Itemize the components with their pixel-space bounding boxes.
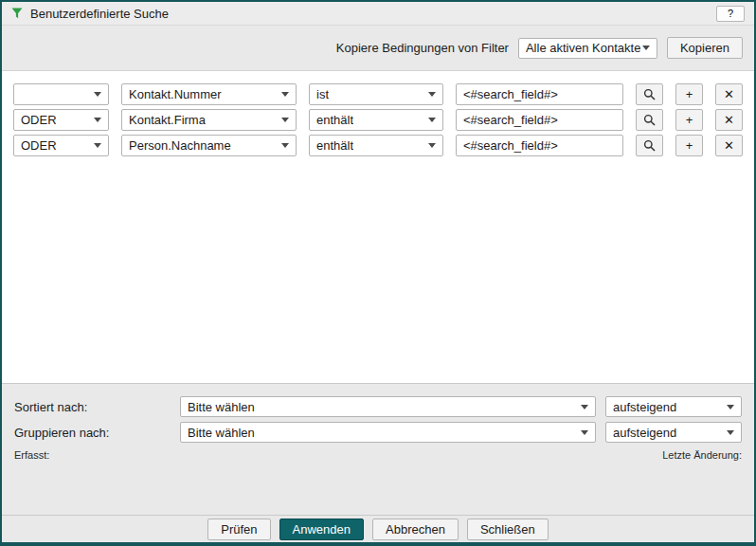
group-by-select[interactable]: Bitte wählen	[180, 422, 596, 443]
condition-value-input[interactable]	[456, 83, 623, 105]
chevron-down-icon	[94, 118, 101, 122]
search-icon	[643, 139, 656, 152]
footer-button-bar: Prüfen Anwenden Abbrechen Schließen	[2, 515, 754, 542]
chevron-down-icon	[281, 143, 289, 148]
condition-field-value: Person.Nachname	[129, 138, 231, 153]
search-icon	[643, 114, 656, 126]
created-label: Erfasst:	[14, 449, 49, 461]
chevron-down-icon	[428, 143, 436, 148]
condition-search-button[interactable]	[636, 135, 663, 156]
chevron-down-icon	[94, 143, 101, 148]
close-button[interactable]: Schließen	[467, 519, 549, 540]
condition-field-select[interactable]: Person.Nachname	[121, 135, 297, 156]
condition-row: Kontakt.Nummer ist + ✕	[13, 83, 743, 105]
condition-operator-value: ODER	[21, 138, 57, 153]
group-row: Gruppieren nach: Bitte wählen aufsteigen…	[14, 422, 742, 443]
filter-funnel-icon	[11, 8, 23, 19]
chevron-down-icon	[581, 430, 588, 435]
condition-field-value: Kontakt.Nummer	[129, 87, 222, 101]
condition-field-value: Kontakt.Firma	[129, 113, 206, 127]
condition-comparator-value: enthält	[316, 113, 353, 127]
sort-row: Sortiert nach: Bitte wählen aufsteigend	[14, 396, 742, 417]
condition-add-button[interactable]: +	[675, 83, 703, 105]
filter-source-select[interactable]: Alle aktiven Kontakte	[518, 38, 657, 59]
condition-search-button[interactable]	[636, 83, 663, 105]
meta-row: Erfasst: Letzte Änderung:	[14, 449, 742, 461]
condition-row: ODER Kontakt.Firma enthält + ✕	[13, 109, 743, 131]
condition-field-select[interactable]: Kontakt.Firma	[121, 109, 297, 131]
group-direction-select[interactable]: aufsteigend	[605, 422, 742, 443]
condition-search-button[interactable]	[636, 109, 663, 131]
condition-operator-select[interactable]	[13, 83, 109, 105]
chevron-down-icon	[727, 405, 734, 410]
condition-comparator-value: ist	[316, 87, 329, 101]
sort-by-value: Bitte wählen	[188, 400, 255, 414]
window-title: Benutzerdefinierte Suche	[30, 7, 169, 21]
chevron-down-icon	[281, 118, 289, 122]
condition-operator-select[interactable]: ODER	[13, 109, 109, 131]
conditions-area: Kontakt.Nummer ist + ✕ ODER Kontakt.Firm…	[2, 70, 754, 383]
condition-value-input[interactable]	[456, 109, 623, 131]
toolbar: Kopiere Bedingungen von Filter Alle akti…	[2, 26, 754, 70]
cancel-button[interactable]: Abbrechen	[372, 519, 459, 540]
search-icon	[643, 88, 656, 100]
condition-add-button[interactable]: +	[675, 109, 703, 131]
condition-remove-button[interactable]: ✕	[715, 109, 743, 131]
titlebar: Benutzerdefinierte Suche ?	[2, 2, 754, 26]
custom-search-dialog: Benutzerdefinierte Suche ? Kopiere Bedin…	[0, 0, 756, 546]
copy-conditions-label: Kopiere Bedingungen von Filter	[336, 41, 509, 55]
condition-operator-value: ODER	[21, 113, 57, 127]
chevron-down-icon	[428, 92, 436, 97]
chevron-down-icon	[727, 430, 734, 435]
condition-add-button[interactable]: +	[675, 135, 703, 156]
condition-remove-button[interactable]: ✕	[715, 83, 743, 105]
sort-direction-value: aufsteigend	[613, 400, 676, 414]
condition-operator-select[interactable]: ODER	[13, 135, 109, 156]
condition-comparator-value: enthält	[316, 138, 353, 153]
apply-button[interactable]: Anwenden	[279, 519, 364, 540]
sort-group-section: Sortiert nach: Bitte wählen aufsteigend …	[2, 383, 754, 515]
copy-button[interactable]: Kopieren	[667, 37, 743, 59]
chevron-down-icon	[581, 405, 588, 410]
condition-value-input[interactable]	[456, 135, 623, 156]
filter-source-value: Alle aktiven Kontakte	[526, 41, 640, 55]
group-direction-value: aufsteigend	[613, 426, 676, 440]
help-button[interactable]: ?	[716, 6, 745, 22]
condition-comparator-select[interactable]: ist	[309, 83, 443, 105]
group-by-label: Gruppieren nach:	[14, 426, 171, 440]
sort-by-select[interactable]: Bitte wählen	[180, 396, 596, 417]
condition-comparator-select[interactable]: enthält	[309, 135, 443, 156]
last-modified-label: Letzte Änderung:	[662, 449, 742, 461]
chevron-down-icon	[428, 118, 436, 122]
sort-direction-select[interactable]: aufsteigend	[605, 396, 742, 417]
condition-field-select[interactable]: Kontakt.Nummer	[121, 83, 297, 105]
group-by-value: Bitte wählen	[188, 426, 255, 440]
chevron-down-icon	[642, 46, 650, 50]
condition-remove-button[interactable]: ✕	[715, 135, 743, 156]
sort-by-label: Sortiert nach:	[14, 400, 171, 414]
check-button[interactable]: Prüfen	[207, 519, 270, 540]
condition-comparator-select[interactable]: enthält	[309, 109, 443, 131]
chevron-down-icon	[94, 92, 101, 97]
chevron-down-icon	[281, 92, 289, 97]
condition-row: ODER Person.Nachname enthält + ✕	[13, 135, 743, 156]
